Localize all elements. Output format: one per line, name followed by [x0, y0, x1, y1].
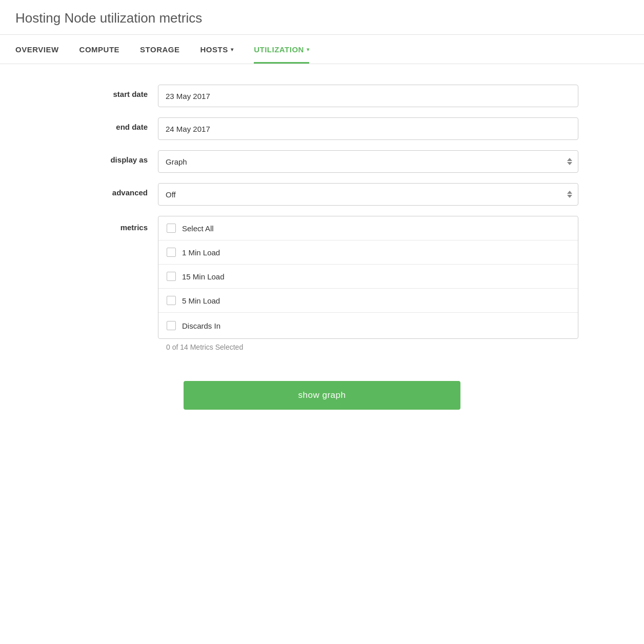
metric-item-1-min-load[interactable]: 1 Min Load — [158, 240, 578, 265]
start-date-input[interactable] — [158, 85, 578, 107]
advanced-row: advanced Off On — [66, 183, 578, 206]
display-as-wrapper: Graph Table — [158, 150, 578, 173]
checkbox-discards-in[interactable] — [167, 321, 176, 330]
end-date-row: end date — [66, 117, 578, 140]
checkbox-15-min-load[interactable] — [167, 272, 176, 281]
advanced-wrapper: Off On — [158, 183, 578, 206]
end-date-input[interactable] — [158, 117, 578, 140]
page-title: Hosting Node utilization metrics — [15, 10, 629, 26]
checkbox-1-min-load[interactable] — [167, 248, 176, 257]
metrics-count: 0 of 14 Metrics Selected — [158, 339, 578, 355]
start-date-row: start date — [66, 85, 578, 107]
advanced-select[interactable]: Off On — [158, 183, 578, 206]
metrics-container: Select All 1 Min Load 15 Min Load — [158, 216, 578, 339]
metrics-label: metrics — [66, 216, 148, 232]
advanced-label: advanced — [66, 183, 148, 197]
metrics-list[interactable]: Select All 1 Min Load 15 Min Load — [158, 216, 578, 338]
nav-tabs: OVERVIEW COMPUTE STORAGE HOSTS ▾ UTILIZA… — [0, 35, 644, 64]
metrics-section: Select All 1 Min Load 15 Min Load — [158, 216, 578, 355]
display-as-select[interactable]: Graph Table — [158, 150, 578, 173]
metric-item-15-min-load[interactable]: 15 Min Load — [158, 265, 578, 289]
utilization-dropdown-icon: ▾ — [307, 47, 310, 52]
metric-item-5-min-load[interactable]: 5 Min Load — [158, 289, 578, 313]
metric-item-select-all[interactable]: Select All — [158, 216, 578, 240]
show-graph-row: show graph — [66, 381, 578, 410]
metric-item-discards-in[interactable]: Discards In — [158, 313, 578, 338]
metrics-row: metrics Select All 1 Min Load — [66, 216, 578, 355]
start-date-label: start date — [66, 85, 148, 98]
main-content: start date end date display as Graph Tab… — [0, 64, 644, 430]
metric-label-5-min-load: 5 Min Load — [182, 296, 220, 305]
checkbox-select-all[interactable] — [167, 224, 176, 233]
tab-hosts[interactable]: HOSTS ▾ — [200, 35, 233, 64]
metric-label-1-min-load: 1 Min Load — [182, 248, 220, 257]
display-as-row: display as Graph Table — [66, 150, 578, 173]
tab-compute[interactable]: COMPUTE — [79, 35, 120, 64]
display-as-label: display as — [66, 150, 148, 164]
hosts-dropdown-icon: ▾ — [231, 47, 234, 52]
show-graph-button[interactable]: show graph — [184, 381, 460, 410]
form-section: start date end date display as Graph Tab… — [66, 85, 578, 410]
metric-label-discards-in: Discards In — [182, 321, 220, 330]
end-date-label: end date — [66, 117, 148, 131]
checkbox-5-min-load[interactable] — [167, 296, 176, 305]
tab-utilization[interactable]: UTILIZATION ▾ — [254, 35, 309, 64]
metric-label-15-min-load: 15 Min Load — [182, 272, 225, 281]
page-header: Hosting Node utilization metrics — [0, 0, 644, 35]
tab-overview[interactable]: OVERVIEW — [15, 35, 59, 64]
metric-label-select-all: Select All — [182, 224, 214, 233]
tab-storage[interactable]: STORAGE — [140, 35, 179, 64]
